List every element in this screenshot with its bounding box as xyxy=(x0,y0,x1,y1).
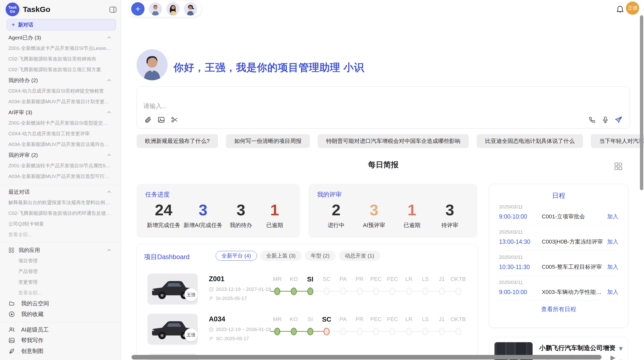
scissors-icon[interactable] xyxy=(170,115,179,124)
milestone-node-LS[interactable] xyxy=(422,288,428,295)
send-icon[interactable] xyxy=(614,115,623,124)
milestone-node-MR[interactable] xyxy=(274,288,280,295)
stat-metric: 3待评审 xyxy=(435,200,465,229)
milestone-node-PR[interactable] xyxy=(357,288,363,295)
sidebar-item[interactable]: Z001-全新燃油轻卡产品开发项目SI造型提交物评审 xyxy=(8,118,112,128)
chevron-up-icon xyxy=(107,248,112,253)
horizontal-scrollbar[interactable] xyxy=(131,355,602,359)
milestone-node-PA[interactable] xyxy=(340,328,346,335)
attachment-icon[interactable] xyxy=(143,115,153,124)
milestone-node-J1[interactable] xyxy=(439,288,445,295)
milestone-node-PR[interactable] xyxy=(357,328,363,335)
suggestion-chip-4[interactable]: 当下年轻人对汽车外观有怎样的喜好趋势 xyxy=(591,134,644,148)
suggestion-chip-3[interactable]: 比亚迪全固态电池计划具体说了什么 xyxy=(477,134,583,148)
sidebar-tool-帮我写作[interactable]: 帮我写作 xyxy=(0,335,121,346)
sidebar-item[interactable]: A034-全新新能源MUV产品开发项目法规符合性评审 xyxy=(8,139,112,150)
milestone-node-LR[interactable] xyxy=(406,328,412,335)
microphone-icon[interactable] xyxy=(601,115,610,124)
image-icon[interactable] xyxy=(157,115,166,124)
menu-label: 帮我写作 xyxy=(21,337,43,344)
milestone-node-SC[interactable] xyxy=(324,288,330,295)
scroll-right-arrow[interactable]: ▶ xyxy=(610,354,616,360)
schedule-event-name: C005-整车工程目标评审 xyxy=(542,263,604,271)
recent-chat-item[interactable]: C02-飞腾新能源轻客改款项目的闭环通告反馈情况 xyxy=(8,208,112,219)
milestone-node-FEC[interactable] xyxy=(389,328,396,335)
phone-icon[interactable] xyxy=(588,115,597,124)
vertical-scrollbar[interactable] xyxy=(640,15,643,190)
apps-view-all[interactable]: 查看全部... xyxy=(18,288,42,298)
milestone-node-J1[interactable] xyxy=(439,328,445,335)
app-item[interactable]: 变更管理 xyxy=(18,277,38,288)
milestone-node-SI[interactable] xyxy=(307,328,313,335)
app-item[interactable]: 项目管理 xyxy=(18,256,38,266)
layout-grid-icon[interactable] xyxy=(614,162,623,171)
sidebar-menu-我的收藏[interactable]: 我的收藏 xyxy=(0,309,121,320)
menu-label: 我的收藏 xyxy=(21,310,43,318)
sidebar-item[interactable]: Z001-全新燃油皮卡产品开发项目SI节点Lesson Learn报告 xyxy=(8,43,112,54)
collapse-sidebar-icon[interactable] xyxy=(109,7,116,13)
notifications-bell-icon[interactable] xyxy=(616,5,624,14)
milestone-node-LS[interactable] xyxy=(422,328,428,335)
schedule-join-link[interactable]: 加入 xyxy=(607,288,618,296)
sidebar-section-header-3[interactable]: 我的评审(2) xyxy=(0,150,121,160)
dashboard-tab-0[interactable]: 全新平台 (4) xyxy=(216,251,257,261)
add-agent-button[interactable]: + xyxy=(131,2,144,16)
sidebar-section-header-1[interactable]: 我的待办(2) xyxy=(0,75,121,86)
suggestion-chip-0[interactable]: 欧洲新规最近颁布了什么? xyxy=(137,134,218,148)
view-all-schedule-link[interactable]: 查看所有日程 xyxy=(499,305,618,313)
recent-chat-item[interactable]: 公司Q3轻卡销量 xyxy=(8,219,44,229)
scroll-down-arrow[interactable]: ▼ xyxy=(618,345,624,353)
cloud-icon xyxy=(8,300,15,307)
app-item[interactable]: 产品管理 xyxy=(18,266,38,277)
stat-card-1: 我的评审2进行中3AI预评审1已逾期3待评审 xyxy=(309,184,477,238)
recent-chat-item[interactable]: 解释最新出台的欧盟报废车法规再生塑料比例被调至15%... xyxy=(8,197,112,208)
suggestion-chip-2[interactable]: 特朗普可能对进口汽车增税会对中国车企造成哪些影响 xyxy=(318,134,469,148)
sidebar-item[interactable]: Z001-全新燃油轻卡产品开发项目SI节点属性5D文件评审 xyxy=(8,160,112,171)
sidebar-item[interactable]: A034-全新新能源MUV产品开发项目计划变更表编写 xyxy=(8,96,112,107)
sidebar-section-header-0[interactable]: Agent已办(3) xyxy=(0,32,121,43)
dashboard-tab-3[interactable]: 动总开发 (1) xyxy=(339,251,380,261)
milestone-node-MR[interactable] xyxy=(274,328,280,335)
schedule-join-link[interactable]: 加入 xyxy=(607,238,618,246)
sidebar-menu-我的云空间[interactable]: 我的云空间 xyxy=(0,298,121,309)
milestone-node-SI[interactable] xyxy=(307,288,313,295)
milestone-node-OKTB[interactable] xyxy=(455,328,461,335)
sidebar-item[interactable]: C02-飞腾新能源轻客改款项目立项汇报方案 xyxy=(8,64,101,75)
section-title: 我的待办 xyxy=(8,77,30,84)
dashboard-tabs: 全新平台 (4)全新上装 (3)年型 (2)动总开发 (1) xyxy=(216,251,380,261)
milestone-node-KO[interactable] xyxy=(291,288,297,295)
stat-label: 新增完成任务 xyxy=(147,221,180,229)
sidebar-item[interactable]: C0X4-动力总成开发项目SI里程碑提交物检查 xyxy=(8,86,104,96)
user-avatar[interactable]: 王强 xyxy=(626,2,639,15)
agent-avatar-3[interactable] xyxy=(184,2,197,16)
recent-view-all[interactable]: 查看全部... xyxy=(8,229,32,240)
sidebar-tool-AI超级员工[interactable]: AI超级员工 xyxy=(0,324,121,335)
agent-avatar-2[interactable] xyxy=(166,2,180,16)
menu-label: AI超级员工 xyxy=(21,326,49,334)
recent-chats-header[interactable]: 最近对话 xyxy=(0,187,121,197)
milestone-node-PEC[interactable] xyxy=(373,328,379,335)
milestone-node-OKTB[interactable] xyxy=(455,288,461,295)
milestone-node-PEC[interactable] xyxy=(373,288,379,295)
new-chat-button[interactable]: + 新对话 xyxy=(7,19,116,30)
sidebar-item[interactable]: A034-全新新能源MUV产品开发项目造型可行性评审 xyxy=(8,171,112,182)
my-apps-header[interactable]: 我的应用 xyxy=(0,245,121,256)
chat-input[interactable] xyxy=(143,102,449,110)
agent-switcher: + xyxy=(129,1,201,17)
milestone-node-LR[interactable] xyxy=(406,288,412,295)
schedule-join-link[interactable]: 加入 xyxy=(607,213,618,220)
suggestion-chip-1[interactable]: 如何写一份清晰的项目周报 xyxy=(226,134,310,148)
milestone-node-PA[interactable] xyxy=(340,288,346,295)
dashboard-tab-1[interactable]: 全新上装 (3) xyxy=(260,251,302,261)
sidebar-item[interactable]: C0X4-动力总成开发项目工程变更评审 xyxy=(8,128,90,139)
agent-avatar-1[interactable] xyxy=(149,2,162,16)
milestone-node-KO[interactable] xyxy=(291,328,297,335)
sidebar-section-header-2[interactable]: AI评审(3) xyxy=(0,107,121,118)
milestone-node-FEC[interactable] xyxy=(389,288,396,295)
milestone-node-SC[interactable] xyxy=(324,328,330,335)
dashboard-tab-2[interactable]: 年型 (2) xyxy=(305,251,335,261)
people-icon xyxy=(8,326,15,333)
schedule-join-link[interactable]: 加入 xyxy=(607,263,618,271)
sidebar-tool-创意制图[interactable]: 创意制图 xyxy=(0,346,121,356)
sidebar-item[interactable]: C02-飞腾新能源轻客改款项目里程碑画布 xyxy=(8,54,96,64)
